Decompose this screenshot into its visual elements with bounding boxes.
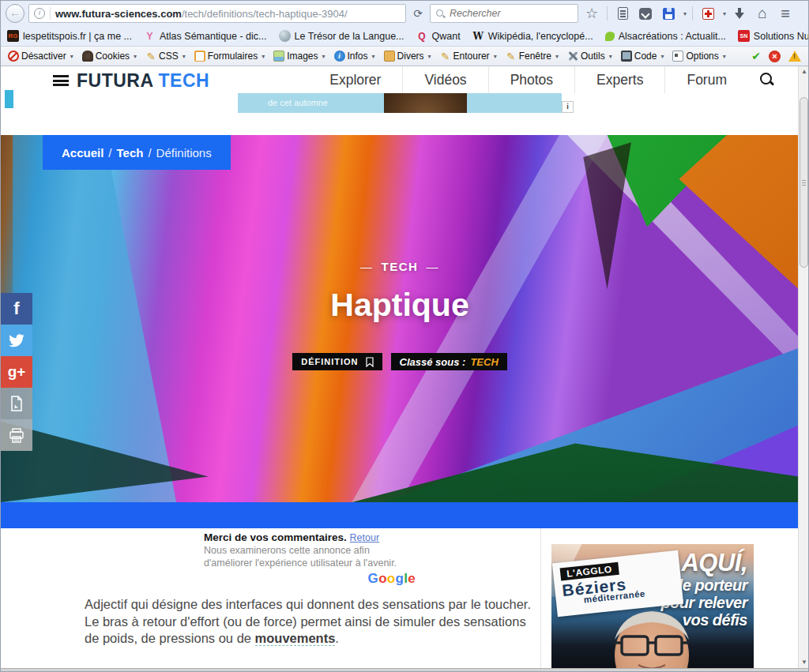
search-input[interactable]	[450, 8, 552, 19]
bookmark-item-solutions[interactable]: SNSolutions Numériques ...	[738, 30, 809, 42]
article-content: Merci de vos commentaires. Retour Nous e…	[1, 528, 799, 668]
addon-health-button[interactable]	[698, 4, 717, 23]
dropdown-caret-icon: ▾	[322, 53, 325, 60]
reload-button[interactable]: ⟳	[410, 6, 426, 21]
sidebar-ad[interactable]: AQUÍ, le souffle porteur pour relever vo…	[551, 544, 754, 668]
pencil-icon: ✎	[506, 51, 517, 62]
dropdown-caret-icon: ▾	[70, 53, 73, 60]
bookmark-star-button[interactable]: ☆	[582, 4, 601, 23]
site-info-icon[interactable]: i	[34, 8, 45, 19]
bookmark-item-lespetitspois[interactable]: RGlespetitspois.fr | ça me ...	[7, 30, 132, 42]
url-bar[interactable]: i www.futura-sciences.com/tech/definitio…	[28, 4, 406, 23]
top-ad-banner[interactable]: de cet automne i	[238, 93, 562, 113]
share-facebook-button[interactable]: f	[1, 293, 32, 325]
printer-icon	[9, 428, 24, 443]
scroll-down-arrow[interactable]: ▼	[799, 657, 809, 668]
nav-item-videos[interactable]: Vidéos	[402, 66, 487, 93]
bookmarks-toolbar: RGlespetitspois.fr | ça me ... YAtlas Sé…	[1, 26, 808, 46]
bookmark-item-alsacreations[interactable]: Alsacréations : Actualit...	[605, 31, 726, 42]
save-dropdown-caret[interactable]: ▾	[683, 10, 687, 17]
devtoolbar-label: Désactiver	[21, 51, 66, 62]
nav-item-experts[interactable]: Experts	[574, 66, 664, 93]
download-arrow-icon	[735, 8, 744, 20]
site-nav: Explorer Vidéos Photos Experts Forum	[308, 66, 792, 93]
site-menu-icon[interactable]	[53, 75, 69, 86]
nav-item-explorer[interactable]: Explorer	[308, 66, 402, 93]
devtoolbar-item-cookies[interactable]: Cookies▾	[79, 51, 140, 62]
bookmarks-menu-button[interactable]	[613, 4, 632, 23]
devtoolbar-item-desactiver[interactable]: Désactiver▾	[5, 51, 77, 62]
devtoolbar-label: Fenêtre	[519, 51, 551, 62]
page-title: Haptique	[1, 287, 799, 324]
ad-info-button[interactable]: i	[562, 101, 574, 113]
browser-nav-toolbar: ← i www.futura-sciences.com/tech/definit…	[1, 1, 808, 26]
print-button[interactable]	[1, 419, 32, 451]
ad-text: de cet automne	[268, 98, 328, 107]
definition-badge[interactable]: DÉFINITION	[292, 353, 382, 370]
url-separator	[50, 7, 51, 20]
url-domain: www.futura-sciences.com	[55, 8, 182, 20]
devtoolbar-item-divers[interactable]: Divers▾	[381, 51, 435, 62]
devtoolbar-item-infos[interactable]: iInfos▾	[331, 51, 378, 62]
download-pdf-button[interactable]	[1, 388, 32, 419]
downloads-button[interactable]	[730, 4, 749, 23]
url-path: /tech/definitions/tech-haptique-3904/	[182, 8, 348, 20]
scroll-up-arrow[interactable]: ▲	[799, 66, 809, 77]
googleplus-icon: g+	[8, 363, 26, 381]
classed-under-badge[interactable]: Classé sous : TECH	[391, 353, 507, 370]
site-search-icon[interactable]	[759, 72, 775, 88]
logo-futura: FUTURA	[77, 70, 154, 91]
bookmark-item-tresor[interactable]: Le Trésor de la Langue...	[279, 30, 404, 42]
nav-item-photos[interactable]: Photos	[488, 66, 574, 93]
dropdown-caret-icon: ▾	[428, 53, 431, 60]
vertical-scrollbar[interactable]: ▲ ▼	[798, 66, 809, 668]
bookmark-item-wikipedia[interactable]: WWikipédia, l'encyclopé...	[472, 30, 593, 42]
devtoolbar-item-outils[interactable]: Outils▾	[564, 51, 615, 62]
devtoolbar-item-images[interactable]: Images▾	[270, 51, 328, 62]
save-page-button[interactable]	[659, 4, 678, 23]
lespetitspois-favicon: RG	[7, 30, 19, 42]
search-bar[interactable]	[430, 4, 578, 23]
feedback-detail-text: Nous examinerons cette annonce afin d'am…	[204, 544, 416, 569]
category-color-bar	[1, 502, 799, 528]
validation-check-icon[interactable]: ✔	[751, 50, 761, 62]
error-cross-icon[interactable]: ×	[769, 51, 781, 62]
site-logo[interactable]: FUTURATECH	[77, 70, 209, 92]
devtoolbar-label: Options	[686, 51, 718, 62]
pocket-button[interactable]	[636, 4, 655, 23]
hero-banner: Accueil / Tech / Définitions —TECH— Hapt…	[1, 135, 799, 502]
logo-tech: TECH	[159, 70, 210, 91]
breadcrumb-tech[interactable]: Tech	[117, 146, 144, 160]
home-button[interactable]: ⌂	[753, 4, 772, 23]
addon-dropdown-caret[interactable]: ▾	[723, 10, 726, 17]
warning-triangle-icon[interactable]: !	[788, 51, 801, 62]
share-googleplus-button[interactable]: g+	[1, 356, 32, 388]
mouvements-link[interactable]: mouvements	[255, 631, 336, 646]
classed-value-tech[interactable]: TECH	[470, 356, 498, 368]
devtoolbar-item-options[interactable]: Options▾	[669, 51, 728, 62]
menu-button[interactable]: ≡	[776, 4, 795, 23]
back-icon: ←	[9, 6, 21, 19]
nav-item-forum[interactable]: Forum	[664, 66, 748, 93]
devtoolbar-item-css[interactable]: ✎CSS▾	[142, 51, 189, 62]
feedback-retour-link[interactable]: Retour	[350, 532, 380, 543]
pocket-icon	[639, 8, 652, 20]
scrollbar-thumb[interactable]	[800, 97, 808, 268]
breadcrumb-accueil[interactable]: Accueil	[62, 146, 103, 160]
devtoolbar-item-code[interactable]: Code▾	[618, 51, 668, 62]
dropdown-caret-icon: ▾	[723, 53, 726, 60]
back-button[interactable]: ←	[6, 4, 24, 23]
dropdown-caret-icon: ▾	[182, 53, 186, 60]
share-twitter-button[interactable]	[1, 325, 32, 356]
clipboard-icon	[194, 51, 205, 62]
ad-edge-fragment	[5, 90, 13, 108]
devtoolbar-item-fenetre[interactable]: ✎Fenêtre▾	[502, 51, 562, 62]
bookmark-item-qwant[interactable]: QQwant	[416, 30, 461, 42]
devtoolbar-item-formulaires[interactable]: Formulaires▾	[191, 51, 268, 62]
dropdown-caret-icon: ▾	[555, 53, 559, 60]
devtoolbar-item-entourer[interactable]: ✎Entourer▾	[437, 51, 500, 62]
pencil-icon: ✎	[440, 51, 451, 62]
breadcrumb-definitions: Définitions	[156, 146, 212, 160]
bookmark-item-atlas[interactable]: YAtlas Sémantique - dic...	[144, 30, 266, 42]
devtoolbar-label: CSS	[159, 51, 179, 62]
